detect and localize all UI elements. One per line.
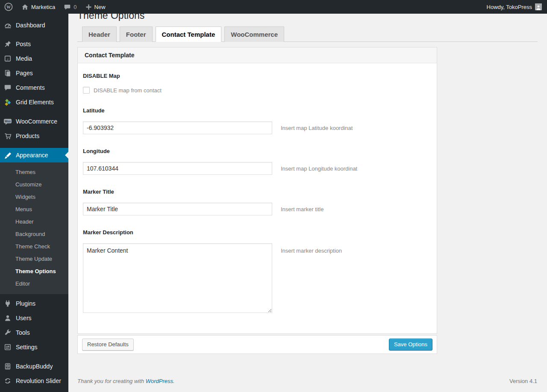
sidebar-item-comments[interactable]: Comments — [0, 80, 68, 95]
submenu-item-theme-update[interactable]: Theme Update — [0, 253, 68, 265]
sidebar-item-label: Revolution Slider — [16, 377, 61, 384]
tab-contact-template[interactable]: Contact Template — [156, 27, 222, 42]
grid-elements-icon — [3, 98, 12, 106]
svg-text:Woo: Woo — [5, 120, 11, 123]
submenu-item-theme-check[interactable]: Theme Check — [0, 240, 68, 253]
submenu-item-editor[interactable]: Editor — [0, 277, 68, 290]
sidebar-item-tools[interactable]: Tools — [0, 325, 68, 340]
settings-icon — [3, 343, 12, 351]
sidebar-item-settings[interactable]: Settings — [0, 340, 68, 354]
wordpress-link[interactable]: WordPress — [146, 378, 173, 384]
restore-defaults-button[interactable]: Restore Defaults — [82, 339, 134, 351]
sidebar-item-dashboard[interactable]: Dashboard — [0, 18, 68, 32]
panel-title: Contact Template — [78, 47, 437, 63]
site-name-label: Marketica — [31, 4, 55, 10]
sidebar-item-label: Users — [16, 315, 32, 321]
marker-description-field: Marker Description Marker Content Insert… — [83, 229, 432, 313]
save-options-button[interactable]: Save Options — [389, 339, 432, 351]
submenu-item-themes[interactable]: Themes — [0, 166, 68, 178]
tab-footer[interactable]: Footer — [120, 27, 153, 42]
refresh-icon — [3, 377, 12, 385]
plus-icon — [85, 4, 92, 10]
sidebar-item-media[interactable]: ♪ Media — [0, 51, 68, 66]
comments-icon — [3, 83, 12, 92]
submenu-item-header[interactable]: Header — [0, 215, 68, 228]
sidebar-item-grid-elements[interactable]: Grid Elements — [0, 95, 68, 109]
latitude-input[interactable] — [83, 121, 272, 134]
marker-title-input[interactable] — [83, 203, 272, 215]
svg-text:W: W — [6, 5, 11, 9]
sidebar-item-posts[interactable]: Posts — [0, 37, 68, 51]
disable-map-field: DISABLE Map DISABLE map from contact — [83, 73, 432, 94]
submenu-item-theme-options[interactable]: Theme Options — [0, 265, 68, 277]
admin-menu: Dashboard Posts ♪ Media — [0, 14, 68, 392]
panel-actions-bar: Restore Defaults Save Options — [77, 335, 437, 354]
disable-map-checkbox-label[interactable]: DISABLE map from contact — [94, 87, 162, 94]
backup-icon — [3, 362, 12, 371]
user-icon — [3, 314, 12, 322]
sidebar-item-label: Grid Elements — [16, 99, 54, 106]
sidebar-item-label: Posts — [16, 41, 31, 47]
field-label: DISABLE Map — [83, 73, 432, 79]
comments-menu[interactable]: 0 — [59, 0, 81, 14]
thanks-prefix: Thank you for creating with — [77, 378, 146, 384]
sidebar-item-revolution-slider[interactable]: Revolution Slider — [0, 374, 68, 388]
field-label: Marker Title — [83, 189, 432, 195]
sidebar-item-label: Settings — [16, 344, 38, 351]
version-label: Version 4.1 — [509, 378, 537, 384]
sidebar-item-label: Comments — [16, 84, 45, 91]
user-avatar[interactable] — [535, 3, 542, 10]
field-label: Longitude — [83, 148, 432, 154]
sidebar-item-plugins[interactable]: Plugins — [0, 296, 68, 311]
sidebar-item-appearance[interactable]: Appearance — [0, 148, 68, 162]
pages-icon — [3, 69, 12, 77]
comments-count-badge: 0 — [74, 4, 76, 10]
submenu-item-menus[interactable]: Menus — [0, 203, 68, 215]
wordpress-logo-icon: W — [4, 3, 13, 11]
site-name-menu[interactable]: Marketica — [17, 0, 59, 14]
page-footer: Thank you for creating with WordPress. V… — [77, 378, 537, 384]
thanks-suffix: . — [173, 378, 175, 384]
appearance-submenu: Themes Customize Widgets Menus Header Ba… — [0, 162, 68, 294]
submenu-item-customize[interactable]: Customize — [0, 178, 68, 191]
sidebar-item-label: Products — [16, 133, 39, 139]
plugin-icon — [3, 299, 12, 308]
submenu-item-background[interactable]: Background — [0, 228, 68, 240]
sidebar-item-pages[interactable]: Pages — [0, 66, 68, 80]
marker-title-hint: Insert marker title — [281, 206, 323, 212]
admin-bar: W Marketica 0 — [0, 0, 547, 14]
sidebar-item-punch-fonts[interactable]: A Punch Fonts — [0, 388, 68, 392]
sidebar-item-label: Plugins — [16, 300, 35, 307]
svg-text:♪: ♪ — [7, 57, 9, 61]
admin-sidebar: Dashboard Posts ♪ Media — [0, 14, 68, 392]
marker-title-row: Insert marker title — [83, 203, 432, 215]
wordpress-logo-menu[interactable]: W — [0, 0, 17, 14]
longitude-input[interactable] — [83, 162, 272, 175]
appearance-submenu-wrap: Themes Customize Widgets Menus Header Ba… — [0, 162, 68, 294]
longitude-field: Longitude Insert map Longitude koordinat — [83, 148, 432, 175]
sidebar-item-products[interactable]: Products — [0, 129, 68, 143]
admin-bar-left: W Marketica 0 — [0, 0, 110, 14]
sidebar-item-label: Tools — [16, 329, 30, 336]
tab-woocommerce[interactable]: WooCommerce — [224, 27, 284, 42]
sidebar-item-woocommerce[interactable]: Woo WooCommerce — [0, 114, 68, 129]
brush-icon — [3, 151, 12, 159]
latitude-hint: Insert map Latitude koordinat — [281, 125, 353, 131]
tab-header[interactable]: Header — [82, 27, 117, 42]
woocommerce-icon: Woo — [3, 117, 12, 126]
wrench-icon — [3, 328, 12, 337]
latitude-field: Latitude Insert map Latitude koordinat — [83, 107, 432, 134]
cart-icon — [3, 132, 12, 140]
new-content-menu[interactable]: New — [81, 0, 110, 14]
submenu-item-widgets[interactable]: Widgets — [0, 191, 68, 203]
disable-map-checkbox[interactable] — [83, 87, 90, 94]
howdy-label[interactable]: Howdy, TokoPress — [487, 4, 532, 10]
disable-map-checkbox-row: DISABLE map from contact — [83, 87, 432, 94]
marker-title-field: Marker Title Insert marker title — [83, 189, 432, 215]
marker-description-textarea[interactable]: Marker Content — [83, 243, 272, 313]
sidebar-item-label: Dashboard — [16, 22, 45, 29]
sidebar-item-users[interactable]: Users — [0, 311, 68, 325]
sidebar-item-backupbuddy[interactable]: BackupBuddy — [0, 359, 68, 374]
marker-description-row: Marker Content Insert marker description — [83, 243, 432, 313]
longitude-hint: Insert map Longitude koordinat — [281, 165, 357, 172]
